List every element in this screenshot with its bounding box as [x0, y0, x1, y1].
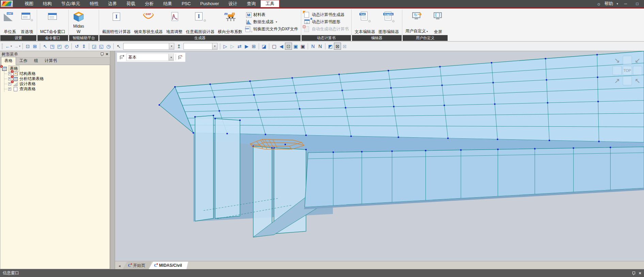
ribbon-button-section-calculator[interactable]: I截面特性计算器	[101, 9, 132, 35]
tree-item-0[interactable]: +T结构表格	[4, 71, 110, 76]
model-canvas[interactable]: TOP↘↙↗↖	[115, 51, 644, 261]
help-button[interactable]: 帮助	[604, 1, 613, 7]
ribbon-button-dxf-convert[interactable]: DXF☼转换图元文件为DXF文件	[245, 26, 298, 32]
settings-gear-icon[interactable]: ☼	[597, 1, 601, 6]
ribbon-button-data-generator[interactable]: 数据生成器▾	[245, 19, 298, 25]
render-view-icon[interactable]: ▣	[292, 43, 299, 50]
select-intersect-icon[interactable]: ↺	[73, 43, 80, 50]
panel-splitter[interactable]	[110, 51, 115, 269]
select-polygon-icon[interactable]: ◰	[56, 43, 63, 50]
ribbon-button-fullscreen[interactable]: [ ]全屏	[430, 9, 446, 35]
select-icon[interactable]: ↖	[42, 43, 49, 50]
select-plate-icon[interactable]: ⇕	[80, 43, 87, 50]
view-cube-face[interactable]	[623, 76, 632, 85]
result-lock-icon[interactable]: ⊠	[341, 43, 348, 50]
tree-item-3[interactable]: +查询表格	[4, 87, 110, 92]
status-close-icon[interactable]: ×	[639, 271, 641, 275]
dynamic-view-icon[interactable]: ◀	[278, 43, 285, 50]
plane-select-icon[interactable]: ↥	[175, 43, 182, 50]
activate-icon[interactable]: ▷	[222, 43, 229, 50]
panel-tab-2[interactable]: 组	[31, 57, 41, 65]
view-cube-arrow-icon[interactable]: ↗	[614, 77, 620, 84]
ribbon-button-mct-command[interactable]: MCT命令窗口	[39, 9, 67, 35]
plane-filter-combo[interactable]: ▾	[183, 43, 218, 50]
tree-item-1[interactable]: +T分析结果表格	[4, 76, 110, 81]
select-circle-icon[interactable]: ◴	[63, 43, 70, 50]
status-pin-icon[interactable]	[632, 271, 635, 275]
panel-tab-1[interactable]: 工作	[16, 57, 31, 65]
ribbon-button-tendon-generator[interactable]: DXF钢束形状生成器	[133, 9, 164, 35]
menu-item-3[interactable]: 特性	[85, 0, 103, 7]
minimize-button[interactable]: ─	[622, 1, 630, 6]
unselect-circle-icon[interactable]: ◷	[105, 43, 112, 50]
view-cube-face[interactable]	[633, 66, 642, 75]
menu-item-6[interactable]: 分析	[140, 0, 159, 7]
hidden-surface-icon[interactable]: ⊡	[285, 43, 292, 50]
tree-item-2[interactable]: +T设计表格	[4, 81, 110, 87]
pin-icon[interactable]	[100, 52, 103, 56]
named-plane-icon[interactable]	[178, 55, 183, 60]
window-tab-0[interactable]: C开始页	[123, 262, 151, 269]
tree-root-row[interactable]: T 表格	[2, 66, 110, 71]
panel-close-icon[interactable]: ×	[106, 52, 108, 56]
combo-caret-icon[interactable]: ▾	[212, 43, 217, 49]
menu-item-11[interactable]: 查询	[242, 0, 260, 7]
render-option-icon[interactable]: ▣	[299, 43, 306, 50]
ribbon-button-unit-system[interactable]: UNIT单位系	[2, 9, 18, 35]
expand-icon[interactable]: +	[8, 88, 11, 91]
menu-item-4[interactable]: 边界	[103, 0, 122, 7]
view-cube-arrow-icon[interactable]: ↙	[635, 57, 641, 64]
tab-scroll-left-icon[interactable]: ◂	[116, 262, 123, 269]
activate-identity-icon[interactable]: ⇄	[236, 43, 243, 50]
view-cube-face[interactable]	[613, 66, 622, 75]
pick-select-icon[interactable]: ↖	[115, 43, 122, 50]
view-back-icon-caret[interactable]: ▾	[11, 45, 12, 48]
zoom-window-icon[interactable]: ▢	[271, 43, 278, 50]
ribbon-button-graphic-editor[interactable]: Graphic☼图形编辑器	[377, 9, 400, 35]
ucs-combo[interactable]: 基本 ▾	[126, 53, 174, 61]
menu-item-8[interactable]: PSC	[177, 0, 196, 7]
fast-query-icon[interactable]: ◩	[327, 43, 334, 50]
app-logo-icon[interactable]	[1, 0, 13, 7]
model-lock-icon[interactable]: ⊠	[334, 43, 341, 50]
window-tab-1[interactable]: CMIDAS/Civil	[149, 262, 188, 269]
select-window-icon[interactable]: ◳	[49, 43, 56, 50]
menu-item-12[interactable]: 工具	[260, 0, 279, 7]
node-number-icon[interactable]: N	[309, 43, 317, 50]
model-viewport[interactable]: TOP↘↙↗↖ 基本 ▾	[115, 51, 644, 261]
menu-item-0[interactable]: 视图	[20, 0, 38, 7]
menu-item-5[interactable]: 荷载	[122, 0, 140, 7]
restore-button[interactable]: □	[633, 1, 641, 6]
menu-item-2[interactable]: 节点/单元	[57, 0, 85, 7]
view-forward-icon[interactable]: →	[13, 43, 20, 50]
unselect-window-icon[interactable]: ◲	[91, 43, 98, 50]
view-back-icon[interactable]: ←	[4, 43, 11, 50]
selection-filter-combo[interactable]: ▾	[123, 43, 174, 50]
ucs-icon[interactable]	[119, 55, 125, 60]
menu-item-10[interactable]: 设计	[224, 0, 242, 7]
unselect-polygon-icon[interactable]: ◱	[98, 43, 105, 50]
ribbon-button-lateral-distribution[interactable]: m横向分布系数	[216, 9, 244, 35]
view-cube-arrow-icon[interactable]: ↘	[614, 57, 620, 64]
ribbon-button-material-table[interactable]: M材料表	[245, 12, 298, 18]
help-caret-icon[interactable]: ▾	[616, 2, 618, 5]
menu-item-7[interactable]: 结果	[159, 0, 177, 7]
display-tree-icon[interactable]: ⊞	[31, 43, 38, 50]
ucs-combo-caret-icon[interactable]: ▾	[168, 54, 174, 61]
combo-caret-icon[interactable]: ▾	[169, 43, 174, 49]
ribbon-button-preferences[interactable]: ☼首选项	[19, 9, 35, 35]
view-forward-icon-caret[interactable]: ▾	[19, 45, 20, 48]
ribbon-button-section-designer[interactable]: I☼任意截面设计器	[184, 9, 216, 35]
menu-item-9[interactable]: Pushover	[195, 0, 224, 7]
capture-image-icon[interactable]: ⊡	[24, 43, 31, 50]
ribbon-button-text-editor[interactable]: Text☼文本编辑器	[353, 9, 376, 35]
ribbon-button-seismic-adjust[interactable]: 地震调整	[165, 9, 184, 35]
menu-item-1[interactable]: 结构	[38, 0, 57, 7]
active-window-icon[interactable]: ⊞	[250, 43, 257, 50]
panel-tab-0[interactable]: 表格	[1, 57, 16, 65]
deactivate-icon[interactable]: ▷	[229, 43, 236, 50]
inverse-active-icon[interactable]: ◪	[260, 43, 268, 50]
activate-all-icon[interactable]: ▶	[243, 43, 250, 50]
element-number-icon[interactable]: N	[317, 43, 324, 50]
view-cube-face[interactable]	[623, 56, 632, 65]
